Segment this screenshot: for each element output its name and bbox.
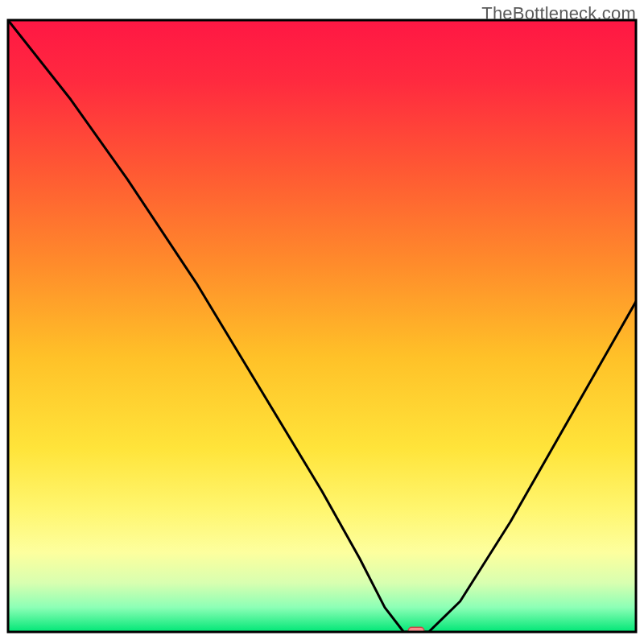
watermark-text: TheBottleneck.com — [481, 3, 636, 24]
gradient-background — [8, 20, 636, 632]
chart-svg — [0, 0, 644, 644]
bottleneck-chart: TheBottleneck.com — [0, 0, 644, 644]
